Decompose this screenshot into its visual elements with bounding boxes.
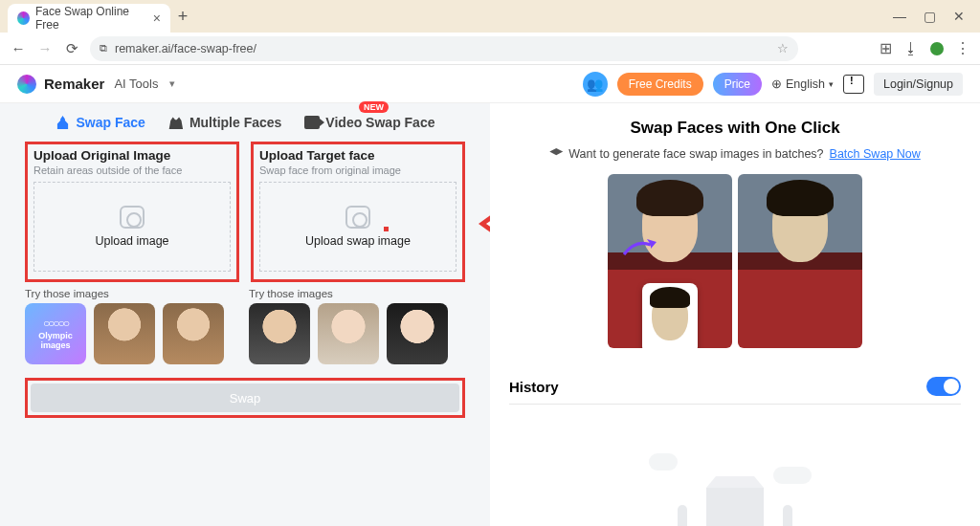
new-badge: NEW xyxy=(359,101,389,113)
forward-icon[interactable]: → xyxy=(36,40,54,56)
free-credits-button[interactable]: Free Credits xyxy=(617,73,703,96)
upload-original-dropzone[interactable]: Upload image xyxy=(33,182,231,272)
demo-preview xyxy=(509,174,961,348)
feedback-icon[interactable] xyxy=(843,75,864,94)
chevron-down-icon: ▾ xyxy=(169,77,175,90)
demo-face-overlay xyxy=(642,283,698,348)
upload-target-panel: Upload Target face Swap face from origin… xyxy=(251,142,465,282)
demo-source-image xyxy=(608,174,732,348)
sample-face[interactable] xyxy=(249,303,310,364)
window-controls: — ▢ ✕ xyxy=(893,9,972,24)
sample-face[interactable] xyxy=(318,303,379,364)
page-title: Swap Faces with One Click xyxy=(509,119,961,138)
annotation-dot xyxy=(384,227,389,231)
tab-multiple-faces[interactable]: Multiple Faces xyxy=(168,115,281,130)
tab-title: Face Swap Online Free xyxy=(35,5,147,32)
demo-result-image xyxy=(738,174,862,348)
panel-subtitle: Swap face from original image xyxy=(259,164,457,176)
browser-titlebar: Face Swap Online Free × + — ▢ ✕ xyxy=(0,0,980,33)
right-pane: Swap Faces with One Click Want to genera… xyxy=(490,103,980,526)
site-info-icon[interactable]: ⧉ xyxy=(100,42,107,55)
close-window-icon[interactable]: ✕ xyxy=(953,9,965,24)
menu-icon[interactable]: ⋮ xyxy=(955,39,970,57)
panel-title: Upload Target face xyxy=(259,148,457,163)
language-selector[interactable]: ⊕ English ▾ xyxy=(771,77,834,91)
minimize-icon[interactable]: — xyxy=(893,9,906,24)
price-button[interactable]: Price xyxy=(713,73,762,96)
brand-name[interactable]: Remaker xyxy=(44,76,104,92)
upload-target-dropzone[interactable]: Upload swap image xyxy=(259,182,457,272)
community-icon[interactable]: 👥 xyxy=(583,72,608,97)
sample-olympic[interactable]: ○○○○○ Olympic images xyxy=(25,303,86,364)
drop-label: Upload swap image xyxy=(305,234,411,248)
tab-label: Multiple Faces xyxy=(189,115,281,130)
swap-button-highlight: Swap xyxy=(25,378,465,418)
swap-button[interactable]: Swap xyxy=(31,384,459,412)
address-bar[interactable]: ⧉ remaker.ai/face-swap-free/ ☆ xyxy=(90,36,798,61)
try-label: Try those images xyxy=(25,288,241,299)
batch-swap-link[interactable]: Batch Swap Now xyxy=(830,147,921,161)
panel-title: Upload Original Image xyxy=(33,148,231,163)
scan-face-icon xyxy=(345,206,370,229)
back-icon[interactable]: ← xyxy=(10,40,27,56)
chevron-down-icon: ▾ xyxy=(829,79,834,89)
app-header: Remaker AI Tools ▾ 👥 Free Credits Price … xyxy=(0,65,980,103)
sample-face[interactable] xyxy=(387,303,448,364)
history-toggle[interactable] xyxy=(926,377,961,396)
globe-icon: ⊕ xyxy=(771,77,782,91)
tab-swap-face[interactable]: Swap Face xyxy=(56,115,145,130)
downloads-icon[interactable]: ⭳ xyxy=(903,40,919,57)
tab-label: Video Swap Face xyxy=(325,115,434,130)
batch-row: Want to generate face swap images in bat… xyxy=(509,147,961,161)
browser-tab[interactable]: Face Swap Online Free × xyxy=(8,4,170,33)
left-pane: NEW Swap Face Multiple Faces Video Swap … xyxy=(0,103,490,526)
reload-icon[interactable]: ⟳ xyxy=(63,40,80,57)
people-icon xyxy=(168,116,184,129)
panel-subtitle: Retain areas outside of the face xyxy=(33,164,231,176)
maximize-icon[interactable]: ▢ xyxy=(924,9,936,24)
sample-image[interactable] xyxy=(163,303,224,364)
login-button[interactable]: Login/Signup xyxy=(874,73,963,96)
stack-icon xyxy=(549,148,563,160)
ai-tools-menu[interactable]: AI Tools xyxy=(114,77,158,91)
empty-state-illustration xyxy=(630,449,840,526)
tab-video-swap-face[interactable]: Video Swap Face xyxy=(304,115,434,130)
bookmark-icon[interactable]: ☆ xyxy=(777,41,789,55)
batch-question: Want to generate face swap images in bat… xyxy=(568,147,823,161)
logo-icon xyxy=(17,75,36,94)
language-label: English xyxy=(786,77,825,91)
olympic-label: Olympic images xyxy=(25,332,86,351)
close-icon[interactable]: × xyxy=(153,11,161,26)
sample-image[interactable] xyxy=(94,303,155,364)
profile-icon[interactable] xyxy=(930,42,944,55)
try-label: Try those images xyxy=(249,288,465,299)
upload-original-panel: Upload Original Image Retain areas outsi… xyxy=(25,142,239,282)
browser-toolbar: ← → ⟳ ⧉ remaker.ai/face-swap-free/ ☆ ⊞ ⭳… xyxy=(0,33,980,65)
olympic-rings-icon: ○○○○○ xyxy=(43,318,68,330)
favicon-icon xyxy=(17,11,30,25)
tab-label: Swap Face xyxy=(77,115,145,130)
extensions-icon[interactable]: ⊞ xyxy=(880,39,892,57)
address-text: remaker.ai/face-swap-free/ xyxy=(115,42,256,55)
video-icon xyxy=(304,116,320,129)
drop-label: Upload image xyxy=(95,234,168,248)
swap-arrow-icon xyxy=(622,237,660,258)
mode-tabs: NEW Swap Face Multiple Faces Video Swap … xyxy=(0,103,490,142)
upload-icon xyxy=(120,206,145,229)
person-icon xyxy=(56,116,71,129)
history-label: History xyxy=(509,379,559,395)
new-tab-button[interactable]: + xyxy=(170,4,195,29)
